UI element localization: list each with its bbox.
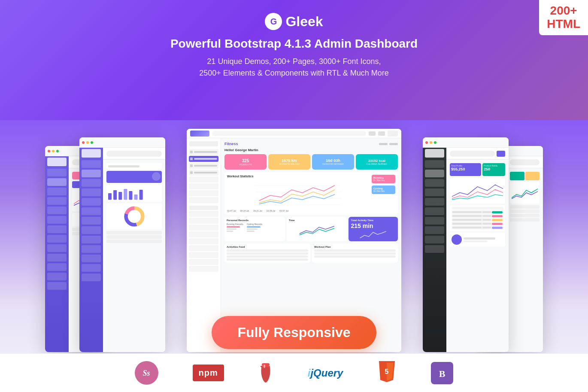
- s-f-icon-active: [190, 158, 193, 160]
- sidebar-item-5: [47, 207, 67, 214]
- badge-ordering: [492, 219, 503, 221]
- table-row-lm-2: [106, 235, 162, 239]
- badge-200: 200+ HTML: [539, 0, 588, 35]
- s-lm-9: [82, 236, 101, 243]
- fitness-stat-row: 325 WORKOUTS 1575 km DISTANCE WALKED 16d…: [224, 154, 398, 170]
- legend-running-value: 2h 35m 24s: [373, 179, 394, 182]
- s-fitness-2: [189, 163, 218, 169]
- profit-label: Total Profits: [451, 164, 480, 167]
- s-rm-2: [425, 170, 444, 177]
- svg-rect-18: [262, 363, 270, 366]
- sidebar-item-10: [47, 254, 67, 261]
- dot-yellow-lm: [86, 141, 89, 144]
- stat-val-2: 1575 km: [282, 158, 297, 163]
- content-header-lm: [103, 148, 165, 160]
- svg-text:B: B: [439, 368, 446, 379]
- legend-cycling: Cycling 5h 05m 58s: [372, 185, 395, 194]
- stat-distance: 1575 km DISTANCE WALKED: [268, 154, 310, 170]
- stat-row-fr: [510, 172, 540, 180]
- s-fitness-7: [189, 197, 218, 203]
- table-row-lm-3: [106, 240, 162, 243]
- chart-x-labels: 01-07 Jul 08-14 Jul 15-21 Jul 22-28 Jul …: [227, 210, 369, 212]
- sidebar-logo-rm: [425, 149, 444, 158]
- fitness-search: [212, 131, 366, 136]
- user-avatar-rm: [497, 151, 505, 157]
- logo-html5: 5: [377, 361, 397, 385]
- pr-running: Running Records: [227, 223, 243, 232]
- content-body-lm: [103, 160, 165, 246]
- stat-duration: 16d 03h DURATION WORKED: [312, 154, 354, 170]
- chart-svg-fr: [512, 184, 538, 202]
- s-fitness-11: [189, 231, 218, 237]
- s-fitness-16: [189, 266, 218, 272]
- s-fitness-15: [189, 259, 218, 265]
- content-header-rm: [446, 148, 509, 160]
- dot-green: [56, 150, 59, 152]
- s-lm-5: [82, 198, 101, 206]
- s-lm-6: [82, 207, 101, 215]
- fitness-breadcrumb-row: Fitness: [224, 142, 398, 146]
- tr-rm-2-1: [452, 215, 482, 217]
- s-fitness-section2: [189, 206, 218, 210]
- sidebar-logo-lm: [82, 149, 101, 158]
- user-info: [464, 237, 503, 242]
- pr-cols: Running Records Cycling Records: [227, 223, 283, 232]
- ta-value: 215 min: [351, 222, 396, 229]
- stat-val-1: 325: [242, 158, 249, 163]
- logo-gulp: [258, 361, 273, 385]
- stat-val-4: 20152 kcal: [368, 159, 385, 163]
- s-fitness-10: [189, 225, 218, 231]
- af-row-4: [227, 258, 308, 261]
- s-lm-10: [82, 245, 101, 253]
- bc-1: [379, 143, 388, 145]
- af-row-2: [227, 252, 308, 255]
- s-rm-9: [425, 236, 444, 243]
- wp-row-3: [314, 255, 396, 258]
- workout-chart-col: Workout Statistics: [227, 175, 369, 212]
- fitness-user: [388, 131, 398, 137]
- s-f-text1: [194, 151, 217, 153]
- tr-rm-3-2: [482, 219, 491, 221]
- wp-title: Workout Plan: [314, 246, 396, 248]
- stat-fr-2: [525, 172, 540, 180]
- s-rm-4: [425, 188, 444, 196]
- pr-cycling-label: Cycling Records: [247, 223, 262, 225]
- chart-svg-lm: [108, 186, 160, 200]
- pr-bar-2: [227, 228, 236, 230]
- s-rm-5: [425, 198, 444, 206]
- sidebar-item-12: [47, 273, 67, 280]
- sidebar-section-label: [189, 141, 218, 146]
- refills-value: 250: [484, 167, 504, 171]
- svg-rect-4: [129, 191, 132, 200]
- responsive-button[interactable]: Fully Responsive: [212, 316, 376, 349]
- pr-cycling: Cycling Records: [247, 223, 262, 232]
- s-fitness-8: [189, 211, 218, 217]
- jquery-symbol: i: [308, 367, 311, 379]
- s-f-text-active: [194, 158, 217, 160]
- af-row-3: [227, 255, 308, 258]
- workout-stats-title: Workout Statistics: [227, 175, 369, 178]
- bc-2: [389, 143, 398, 145]
- time-title: Time: [289, 219, 345, 222]
- fr-row-2: [510, 210, 540, 213]
- x-3: 15-21 Jul: [253, 210, 262, 212]
- logo-sass: Ss: [135, 361, 158, 385]
- fr-row-3: [510, 214, 540, 217]
- svg-rect-2: [118, 192, 122, 200]
- donut-svg: [124, 206, 145, 227]
- s-lm-13: [82, 273, 101, 281]
- bootstrap-icon: B: [431, 362, 453, 384]
- gulp-svg: [258, 361, 273, 385]
- s-lm-1: [82, 160, 101, 168]
- s-f-icon3: [190, 171, 193, 174]
- search-rm: [450, 151, 495, 157]
- s-fitness-5: [189, 183, 218, 189]
- npm-icon: npm: [193, 365, 224, 381]
- activities-feed: Activities Feed: [224, 243, 310, 263]
- stat-row-lm: [106, 171, 162, 183]
- sidebar-item-9: [47, 244, 67, 252]
- s-lm-12: [82, 264, 101, 272]
- user-avatar-circle: [452, 234, 462, 245]
- search-fr: [510, 159, 540, 165]
- fr-row-1: [510, 205, 540, 209]
